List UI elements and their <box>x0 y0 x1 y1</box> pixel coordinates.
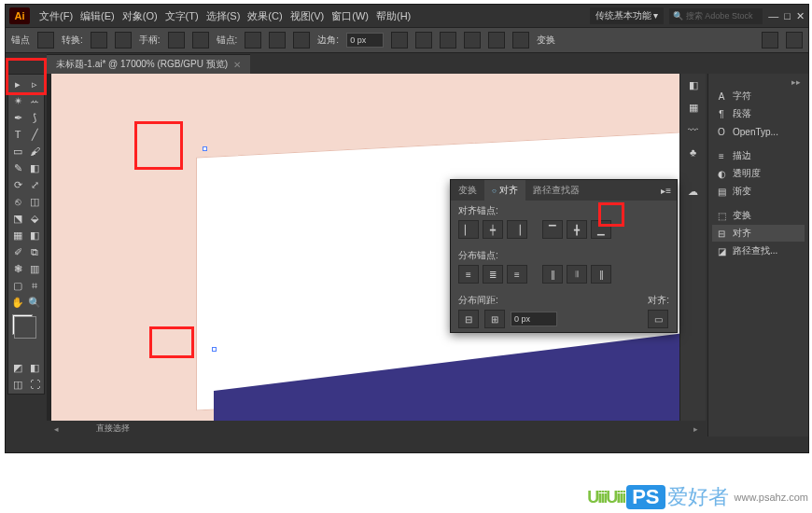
eyedropper-tool[interactable]: ✐ <box>9 243 26 260</box>
dist-right-button[interactable]: ‖ <box>591 265 611 284</box>
menu-select[interactable]: 选择(S) <box>203 9 245 23</box>
align-tab-transform[interactable]: 变换 <box>451 180 484 201</box>
connect-anchor-button[interactable] <box>269 32 286 49</box>
panel-pathfinder[interactable]: ◪路径查找... <box>712 243 805 259</box>
anchor-point[interactable] <box>212 347 217 352</box>
shape-builder-tool[interactable]: ⬔ <box>9 210 26 227</box>
gradient-mode-button[interactable]: ◧ <box>26 359 43 376</box>
dist-hcenter-button[interactable]: ⫴ <box>567 265 587 284</box>
width-tool[interactable]: ⎋ <box>9 193 26 210</box>
align-hcenter-button[interactable]: ┿ <box>483 220 503 239</box>
next-artboard-icon[interactable]: ▸ <box>693 424 698 434</box>
handle-hide-button[interactable] <box>192 32 209 49</box>
menu-help[interactable]: 帮助(H) <box>372 9 414 23</box>
close-tab-icon[interactable]: ✕ <box>233 60 241 70</box>
curvature-tool[interactable]: ⟆ <box>26 109 43 126</box>
window-close-icon[interactable]: ✕ <box>796 10 805 22</box>
menu-object[interactable]: 对象(O) <box>119 9 161 23</box>
dist-spacing-v-button[interactable]: ⊟ <box>458 310 479 328</box>
anchor-point[interactable] <box>203 146 207 151</box>
align-left-button[interactable]: ▏ <box>458 220 479 239</box>
panel-character[interactable]: A字符 <box>712 88 805 104</box>
artboard-tool[interactable]: ▢ <box>9 277 26 294</box>
scale-tool[interactable]: ⤢ <box>26 176 43 193</box>
menu-type[interactable]: 文字(T) <box>161 9 203 23</box>
align-l-button[interactable] <box>391 32 408 49</box>
align-r-button[interactable] <box>440 32 456 49</box>
menu-edit[interactable]: 编辑(E) <box>77 9 119 23</box>
align-to-button[interactable]: ▭ <box>648 310 668 328</box>
align-tab-pathfinder[interactable]: 路径查找器 <box>525 180 587 201</box>
doc-tab[interactable]: 未标题-1.ai* @ 17000% (RGB/GPU 预览) ✕ <box>47 54 250 74</box>
panel-opentype[interactable]: OOpenTyp... <box>712 123 805 140</box>
dist-spacing-h-button[interactable]: ⊞ <box>484 310 505 328</box>
align-t-button[interactable] <box>464 32 481 49</box>
panel-collapse-icon[interactable]: ▸▸ <box>712 77 805 87</box>
hand-tool[interactable]: ✋ <box>9 294 26 311</box>
type-tool[interactable]: T <box>9 126 26 143</box>
search-input[interactable]: 🔍 搜索 Adobe Stock <box>669 8 763 24</box>
menu-view[interactable]: 视图(V) <box>287 9 329 23</box>
window-min-icon[interactable]: — <box>768 10 778 21</box>
dist-top-button[interactable]: ≡ <box>458 265 479 284</box>
menu-window[interactable]: 窗口(W) <box>328 9 372 23</box>
workspace-switcher[interactable]: 传统基本功能 ▾ <box>590 7 665 24</box>
transform-link[interactable]: 变换 <box>537 34 555 47</box>
symbol-sprayer-tool[interactable]: ❃ <box>9 260 26 277</box>
panel-menu-icon[interactable]: ▸≡ <box>655 186 677 196</box>
mesh-tool[interactable]: ▦ <box>9 227 26 243</box>
align-c-button[interactable] <box>415 32 432 49</box>
align-top-button[interactable]: ▔ <box>542 220 563 239</box>
screen-mode-button[interactable]: ⛶ <box>26 376 43 393</box>
remove-anchor-button[interactable] <box>245 32 261 49</box>
prev-artboard-icon[interactable]: ◂ <box>54 424 59 434</box>
eraser-tool[interactable]: ◧ <box>26 159 43 176</box>
draw-mode-button[interactable]: ◫ <box>9 376 26 393</box>
panel-align[interactable]: ⊟对齐 <box>712 225 805 242</box>
menu-file[interactable]: 文件(F) <box>35 9 77 23</box>
dist-vcenter-button[interactable]: ≣ <box>483 265 503 284</box>
blend-tool[interactable]: ⧉ <box>26 243 43 260</box>
zoom-tool[interactable]: 🔍 <box>26 294 43 311</box>
pen-tool[interactable]: ✒ <box>9 109 26 126</box>
panel-gradient[interactable]: ▤渐变 <box>712 183 805 200</box>
dist-left-button[interactable]: ‖ <box>542 265 563 284</box>
shaper-tool[interactable]: ✎ <box>9 159 26 176</box>
menu-effect[interactable]: 效果(C) <box>244 9 286 23</box>
panel-paragraph[interactable]: ¶段落 <box>712 105 805 122</box>
window-max-icon[interactable]: □ <box>784 10 791 21</box>
corner-radius-field[interactable] <box>346 33 384 48</box>
libraries-panel-icon[interactable]: ☁ <box>685 186 702 201</box>
panel-transparency[interactable]: ◐透明度 <box>712 165 805 182</box>
align-tab-align[interactable]: 对齐 <box>484 180 525 201</box>
align-m-button[interactable] <box>488 32 505 49</box>
convert-corner-button[interactable] <box>91 32 107 49</box>
free-transform-tool[interactable]: ◫ <box>26 193 43 210</box>
panel-transform[interactable]: ⬚变换 <box>712 207 805 224</box>
cut-path-button[interactable] <box>293 32 310 49</box>
symbols-panel-icon[interactable]: ♣ <box>685 146 702 161</box>
align-b-button[interactable] <box>512 32 529 49</box>
graph-tool[interactable]: ▥ <box>26 260 43 277</box>
color-mode-button[interactable]: ◩ <box>9 359 26 376</box>
brushes-panel-icon[interactable]: 〰 <box>685 124 702 139</box>
swatches-panel-icon[interactable]: ▦ <box>685 102 702 117</box>
panel-stroke[interactable]: ≡描边 <box>712 147 805 164</box>
convert-smooth-button[interactable] <box>115 32 132 49</box>
align-right-button[interactable]: ▕ <box>507 220 527 239</box>
rect-tool[interactable]: ▭ <box>9 143 26 159</box>
rotate-tool[interactable]: ⟳ <box>9 176 26 193</box>
isolate-button[interactable] <box>762 32 778 49</box>
fill-stroke-swatch[interactable] <box>12 314 33 335</box>
slice-tool[interactable]: ⌗ <box>26 277 43 294</box>
color-panel-icon[interactable]: ◧ <box>685 79 702 94</box>
perspective-tool[interactable]: ⬙ <box>26 210 43 227</box>
spacing-field[interactable] <box>511 312 557 326</box>
dist-bottom-button[interactable]: ≡ <box>507 265 527 284</box>
handle-show-button[interactable] <box>168 32 185 49</box>
align-vcenter-button[interactable]: ╋ <box>567 220 587 239</box>
brush-tool[interactable]: 🖌 <box>26 143 43 159</box>
gradient-tool[interactable]: ◧ <box>26 227 43 243</box>
arrange-button[interactable] <box>786 32 803 49</box>
line-tool[interactable]: ╱ <box>26 126 43 143</box>
